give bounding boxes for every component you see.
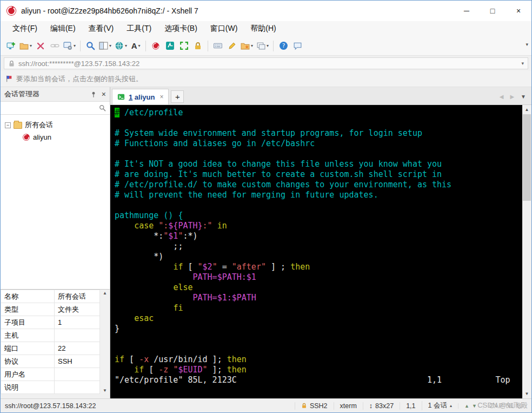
menu-item[interactable]: 查看(V) [82,22,121,36]
terminal-line [115,344,518,355]
maximize-button[interactable]: □ [480,1,506,21]
open-url-button[interactable]: ▾ [113,38,129,54]
chevron-down-icon: ▾ [138,43,140,48]
property-row[interactable]: 类型文件夹 [1,303,100,316]
scroll-down-icon[interactable]: ▼ [103,388,107,393]
lock-screen-button[interactable] [191,38,205,54]
terminal-scrollbar[interactable]: ▲ ▼ [522,105,531,398]
help-button[interactable]: ? [276,38,290,54]
menu-item[interactable]: 文件(F) [6,22,44,36]
tree-item-aliyun[interactable]: aliyun [1,131,110,143]
property-label: 名称 [1,290,55,303]
new-session-icon [6,41,16,50]
terminal-line: # will prevent the need for merging in f… [115,190,518,200]
address-dropdown-icon[interactable]: ▾ [521,61,524,66]
tab-nav: ◀ ▶ ▼ [500,94,531,100]
property-value [55,381,100,394]
panel-close-icon[interactable]: × [102,90,106,98]
main-area: 会话管理器 × − 所有会话 aliyun [1,87,531,398]
keyboard-icon [213,41,223,50]
property-row[interactable]: 子项目1 [1,316,100,329]
tab-number: 1 [129,93,132,101]
feedback-button[interactable] [290,38,304,54]
new-session-button[interactable] [4,38,18,54]
session-manager-header: 会话管理器 × [1,87,110,101]
property-row[interactable]: 名称所有会话 [1,290,100,303]
status-session-count[interactable]: 1 会话 ▴ [422,401,458,410]
session-properties-button[interactable]: ▾ [62,38,77,54]
menu-item[interactable]: 工具(T) [120,22,158,36]
disconnect-button[interactable] [34,38,48,54]
title-bar[interactable]: aliyun - root@iZ2ze29p84hb626oh7ni8qZ:/ … [1,1,531,21]
minimize-button[interactable]: ─ [454,1,480,21]
address-field[interactable]: ssh://root:*********@123.57.158.143:22 ▾ [4,57,528,69]
menu-item[interactable]: 帮助(H) [244,22,282,36]
search-icon[interactable] [99,104,106,112]
terminal-line: # It's NOT a good idea to change this fi… [115,159,518,169]
split-window-button[interactable]: ▾ [97,38,113,54]
caps-indicator: CAP [489,402,503,410]
virtual-keyboard-button[interactable] [211,38,225,54]
terminal-area: # /etc/profile # System wide environment… [110,105,531,398]
window-layout-button[interactable]: ▾ [255,38,270,54]
scroll-down-icon[interactable]: ▼ [522,389,531,398]
find-button[interactable] [83,38,97,54]
terminal-screen[interactable]: # /etc/profile # System wide environment… [110,105,522,398]
property-label: 子项目 [1,316,55,329]
open-session-button[interactable]: ▾ [18,38,34,54]
scrollbar-track[interactable] [522,114,531,389]
record-button[interactable] [149,38,163,54]
terminal-line [115,149,518,159]
scroll-up-icon[interactable]: ▲ [522,105,531,114]
status-size: ↕ 83x27 [363,402,400,410]
properties-scrollbar[interactable]: ▲ ▼ [100,290,110,394]
scrollbar-thumb[interactable] [523,114,531,201]
session-search-box[interactable] [1,101,110,115]
terminal-line: esac [115,313,518,324]
new-tab-button[interactable]: + [171,90,184,103]
tree-item-all-sessions[interactable]: − 所有会话 [1,119,110,131]
status-terminal-type: xterm [334,402,363,410]
property-row[interactable]: 用户名 [1,368,100,381]
session-manager-panel: 会话管理器 × − 所有会话 aliyun [1,87,110,398]
chevron-up-icon[interactable]: ▴ [450,403,452,408]
chevron-down-icon: ▾ [125,43,127,48]
property-row[interactable]: 主机 [1,329,100,342]
tree-expander-icon[interactable]: − [5,122,11,128]
tab-aliyun[interactable]: 1 aliyun × [112,89,169,104]
toolbar-overflow-icon[interactable]: ▾ [526,42,528,47]
xftp-button[interactable] [163,38,177,54]
tab-close-icon[interactable]: × [159,93,163,101]
property-row[interactable]: 说明 [1,381,100,394]
fullscreen-button[interactable] [177,38,191,54]
open-folder-icon [19,41,29,50]
compose-button[interactable] [225,38,239,54]
terminal-line: if [ "$2" = "after" ] ; then [115,262,518,272]
menu-item[interactable]: 编辑(E) [44,22,82,36]
status-cursor-position: 1,1 [400,402,421,410]
upload-icon[interactable]: ▲ [464,403,469,409]
property-row[interactable]: 协议SSH [1,355,100,368]
tab-scroll-right-icon[interactable]: ▶ [510,94,514,100]
terminal-line [115,200,518,211]
terminal-line: else [115,283,518,293]
session-properties-table: 名称所有会话类型文件夹子项目1主机端口22协议SSH用户名说明 [1,290,100,394]
menu-item[interactable]: 选项卡(B) [158,22,204,36]
property-row[interactable]: 端口22 [1,342,100,355]
download-icon[interactable]: ▼ [472,403,477,409]
xshell-session-icon [22,133,30,141]
tab-scroll-left-icon[interactable]: ◀ [500,94,504,100]
property-label: 主机 [1,329,55,342]
font-button[interactable]: A ▾ [129,38,143,54]
close-button[interactable]: × [506,1,531,21]
menu-item[interactable]: 窗口(W) [204,22,244,36]
session-properties: 名称所有会话类型文件夹子项目1主机端口22协议SSH用户名说明 ▲ ▼ [1,289,110,394]
session-search-input[interactable] [4,104,99,112]
terminal-column: 1 aliyun × + ◀ ▶ ▼ # /etc/profile # Syst… [110,87,531,398]
scroll-up-icon[interactable]: ▲ [103,291,107,296]
status-protocol: SSH2 [295,402,334,410]
favorites-button[interactable]: ▾ [239,38,255,54]
pin-icon[interactable] [90,91,97,98]
tab-list-icon[interactable]: ▼ [521,94,526,100]
reconnect-button[interactable] [48,38,62,54]
